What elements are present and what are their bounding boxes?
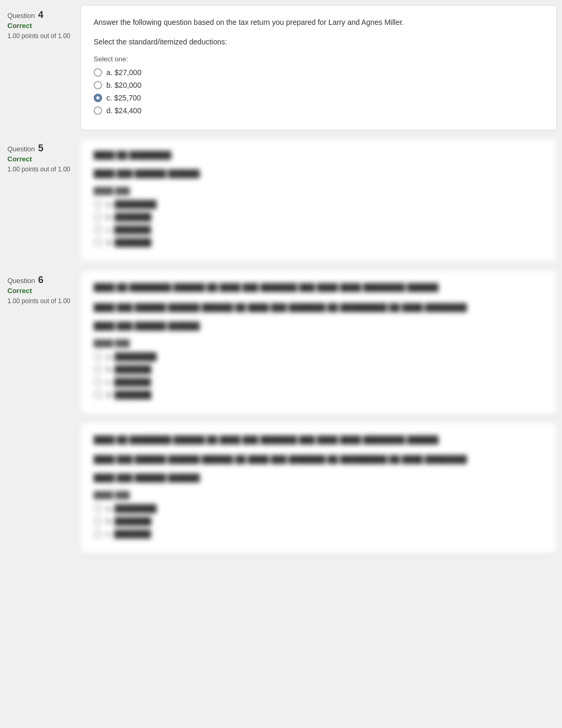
option-text-7-b: b. ███████ [106,517,151,525]
option-text-6-c: c. ███████ [106,378,151,386]
question-card-4: Answer the following question based on t… [80,5,557,130]
radio-7-b [94,517,102,525]
radio-5-a [94,200,102,208]
option-4-d[interactable]: d. $24,400 [94,106,543,115]
option-text-5-b: b. ███████ [106,213,151,221]
option-text-6-a: a. ████████ [106,352,157,361]
radio-5-b [94,213,102,221]
radio-4-d[interactable] [94,106,102,115]
question-subtext-5: ████ ███ ██████ ██████: [94,168,543,179]
radio-6-c [94,378,102,386]
question-block-6: Question 6 Correct 1.00 points out of 1.… [5,270,557,414]
select-one-label-4: Select one: [94,55,543,63]
question-subtext-6: ████ ███ ██████ ██████: [94,321,543,332]
question-text-4: Select the standard/itemized deductions: [94,37,543,48]
option-text-5-a: a. ████████ [106,200,157,208]
question-context-6: ████ ██ ████████ ██████ ██ ████ ███ ████… [94,281,543,293]
question-block-5: Question 5 Correct 1.00 points out of 1.… [5,139,557,262]
question-context-7: ████ ██ ████████ ██████ ██ ████ ███ ████… [94,434,543,445]
question-block-7: ████ ██ ████████ ██████ ██ ████ ███ ████… [5,423,557,553]
option-text-5-d: d. ███████ [106,238,151,247]
radio-6-b [94,365,102,374]
option-text-7-c: c. ███████ [106,530,151,538]
question-points-6: 1.00 points out of 1.00 [7,297,72,306]
option-text-5-c: c. ███████ [106,225,151,234]
radio-6-d [94,390,102,399]
option-text-6-b: b. ███████ [106,365,151,374]
option-4-b[interactable]: b. $20,000 [94,81,543,89]
options-list-6: a. ████████ b. ███████ c. ███████ d. ███… [94,352,543,399]
question-text-6: ████ ███ ██████ ██████ ██████ ██ ████ ██… [94,302,543,313]
question-points-5: 1.00 points out of 1.00 [7,165,72,174]
option-7-b: b. ███████ [94,517,543,525]
radio-4-c[interactable] [94,94,102,102]
select-one-label-5: ████ ███: [94,187,543,195]
option-6-b: b. ███████ [94,365,543,374]
option-6-a: a. ████████ [94,352,543,361]
question-status-5: Correct [7,155,72,163]
radio-4-b[interactable] [94,81,102,89]
options-list-7: a. ████████ b. ███████ c. ███████ [94,504,543,538]
question-number-4: 4 [38,10,43,21]
question-label-6: Question [7,277,35,285]
question-number-6: 6 [38,275,43,286]
option-6-d: d. ███████ [94,390,543,399]
radio-4-a[interactable] [94,68,102,77]
page-container: Question 4 Correct 1.00 points out of 1.… [5,5,557,553]
radio-7-a [94,504,102,513]
select-one-label-7: ████ ███: [94,491,543,499]
option-5-a: a. ████████ [94,200,543,208]
option-text-6-d: d. ███████ [106,390,151,399]
question-status-6: Correct [7,287,72,295]
question-label-5: Question [7,145,35,153]
option-5-d: d. ███████ [94,238,543,247]
option-text-4-c: c. $25,700 [106,94,141,102]
option-6-c: c. ███████ [94,378,543,386]
question-label-4: Question [7,12,35,20]
option-text-4-d: d. $24,400 [106,106,141,115]
option-7-c: c. ███████ [94,530,543,538]
radio-7-c [94,530,102,538]
question-status-4: Correct [7,22,72,30]
question-sidebar-7 [5,423,74,553]
option-4-c[interactable]: c. $25,700 [94,94,543,102]
question-subtext-7: ████ ███ ██████ ██████: [94,472,543,484]
question-card-7: ████ ██ ████████ ██████ ██ ████ ███ ████… [80,423,557,553]
option-text-4-a: a. $27,000 [106,68,141,77]
radio-5-c [94,225,102,234]
option-7-a: a. ████████ [94,504,543,513]
question-sidebar-6: Question 6 Correct 1.00 points out of 1.… [5,270,74,414]
question-context-4: Answer the following question based on t… [94,16,543,28]
question-number-5: 5 [38,143,43,154]
question-text-7: ████ ███ ██████ ██████ ██████ ██ ████ ██… [94,454,543,465]
option-5-b: b. ███████ [94,213,543,221]
option-text-4-b: b. $20,000 [106,81,141,89]
question-card-5: ████ ██ ████████ ████ ███ ██████ ██████:… [80,139,557,262]
option-text-7-a: a. ████████ [106,504,157,513]
question-card-6: ████ ██ ████████ ██████ ██ ████ ███ ████… [80,270,557,414]
option-5-c: c. ███████ [94,225,543,234]
select-one-label-6: ████ ███: [94,339,543,347]
question-sidebar-5: Question 5 Correct 1.00 points out of 1.… [5,139,74,262]
question-text-5: ████ ██ ████████ [94,150,543,161]
question-block-4: Question 4 Correct 1.00 points out of 1.… [5,5,557,130]
question-points-4: 1.00 points out of 1.00 [7,32,72,41]
question-sidebar-4: Question 4 Correct 1.00 points out of 1.… [5,5,74,130]
radio-5-d [94,238,102,247]
option-4-a[interactable]: a. $27,000 [94,68,543,77]
radio-6-a [94,352,102,361]
options-list-4: a. $27,000 b. $20,000 c. $25,700 d. $24,… [94,68,543,115]
options-list-5: a. ████████ b. ███████ c. ███████ d. ███… [94,200,543,247]
